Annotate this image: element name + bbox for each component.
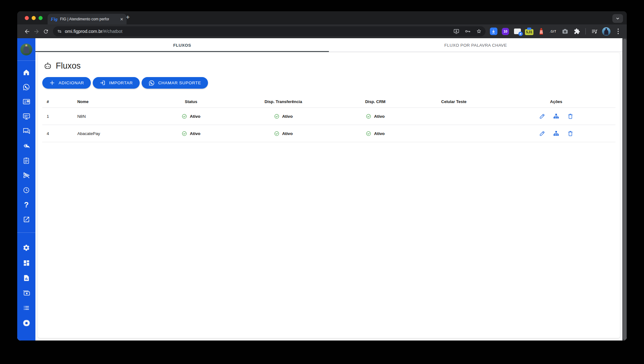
browser-tab[interactable]: Fig FIG | Atendimento com perfor ✕ [48, 14, 127, 24]
sidebar-item-campaigns-disabled[interactable] [17, 168, 35, 183]
user-avatar[interactable] [20, 44, 32, 55]
sidebar-item-tasks[interactable] [17, 153, 35, 168]
forward-button[interactable] [32, 27, 41, 36]
status-badge: Ativo [182, 131, 200, 136]
extension-price-badge[interactable]: 5,31 [525, 27, 533, 36]
extensions-menu-button[interactable] [573, 27, 581, 36]
sidebar-item-contacts[interactable] [17, 94, 35, 109]
cell-name: N8N [77, 114, 155, 119]
clock-icon [23, 186, 30, 194]
gear-icon [23, 244, 30, 252]
sidebar-item-preferences[interactable] [17, 315, 35, 330]
tab-fluxo-palavra-chave[interactable]: FLUXO POR PALAVRA CHAVE [329, 38, 622, 52]
clipboard-list-icon [23, 157, 30, 164]
passwords-button[interactable] [463, 27, 472, 36]
back-button[interactable] [22, 27, 32, 36]
pencil-icon [539, 113, 545, 119]
check-circle-icon [274, 131, 279, 136]
extension-camera[interactable] [561, 27, 569, 36]
profile-avatar[interactable] [602, 27, 610, 36]
delete-button[interactable] [567, 130, 574, 137]
extension-git[interactable]: .GIT [549, 27, 557, 36]
sidebar-item-home[interactable] [17, 65, 35, 80]
open-in-new-icon [23, 216, 30, 223]
sidebar-item-settings[interactable] [17, 240, 35, 255]
sidebar-divider [17, 60, 35, 61]
import-button[interactable]: IMPORTAR [93, 77, 140, 89]
sidebar-item-reports[interactable] [17, 270, 35, 285]
traffic-lights [25, 16, 43, 20]
close-tab-icon[interactable]: ✕ [120, 17, 123, 21]
reload-icon [43, 29, 49, 34]
col-header-id: # [42, 99, 77, 104]
status-badge: Ativo [366, 114, 385, 119]
col-header-transferencia: Disp. Transferência [227, 99, 340, 104]
browser-menu-button[interactable] [614, 27, 622, 36]
extension-lighthouse[interactable] [537, 27, 545, 36]
delete-button[interactable] [567, 113, 574, 120]
table-row: 4 AbacatePay Ativo Ativo Ativo [42, 125, 615, 142]
maximize-window-button[interactable] [39, 16, 43, 20]
cell-name: AbacatePay [77, 131, 155, 136]
status-badge: Ativo [274, 131, 293, 136]
page-content: ? [17, 38, 627, 341]
sidebar-item-payments[interactable] [17, 285, 35, 300]
call-support-button[interactable]: CHAMAR SUPORTE [142, 77, 208, 89]
status-badge: Ativo [366, 131, 385, 136]
new-tab-button[interactable]: + [126, 13, 130, 21]
edit-button[interactable] [539, 130, 546, 137]
media-playlist-icon [591, 28, 598, 35]
media-controls-button[interactable] [590, 27, 599, 36]
row-actions [539, 130, 574, 137]
flow-tree-button[interactable] [553, 130, 560, 137]
url-host: omi.figprod.com.br [65, 29, 102, 34]
check-circle-icon [366, 114, 371, 119]
status-badge: Ativo [274, 114, 293, 119]
send-disabled-icon [23, 171, 30, 179]
dashboard-icon [23, 259, 30, 267]
fluxos-table: # Nome Status Disp. Transferência Disp. … [42, 96, 615, 142]
dvr-monitor-icon [23, 112, 30, 120]
forward-arrow-icon [33, 28, 40, 35]
reload-button[interactable] [41, 27, 50, 36]
chevron-down-icon [615, 16, 620, 21]
puzzle-icon [574, 28, 580, 34]
whatsapp-icon [148, 80, 155, 86]
plus-icon [49, 80, 55, 86]
flow-tree-button[interactable] [553, 113, 560, 120]
whatsapp-icon [23, 83, 30, 91]
sidebar-item-reply-all[interactable] [17, 138, 35, 153]
pencil-icon [539, 130, 545, 137]
col-header-nome: Nome [77, 99, 155, 104]
extension-ten-badge[interactable]: 10 [501, 27, 510, 36]
scrollbar-thumb[interactable] [623, 39, 626, 340]
active-tab-indicator [35, 51, 329, 52]
add-button[interactable]: ADICIONAR [42, 77, 91, 89]
tab-fluxos[interactable]: FLUXOS [35, 38, 329, 52]
extension-window-star[interactable] [513, 27, 522, 36]
sidebar-item-list[interactable] [17, 300, 35, 315]
sidebar-item-help[interactable]: ? [17, 197, 35, 212]
url-path: /#/chatbot [102, 29, 122, 34]
fluxos-panel: Fluxos ADICIONAR IMPORTAR [38, 53, 620, 338]
minimize-window-button[interactable] [32, 16, 36, 20]
trash-icon [567, 113, 574, 119]
tab-search-button[interactable] [612, 14, 623, 23]
install-app-button[interactable] [452, 27, 461, 36]
sidebar-item-external-link[interactable] [17, 212, 35, 227]
sidebar-item-dashboard[interactable] [17, 255, 35, 270]
app-sidebar: ? [17, 38, 35, 341]
reply-all-icon [23, 142, 30, 150]
address-bar[interactable]: omi.figprod.com.br /#/chatbot [53, 26, 486, 36]
sidebar-item-screen[interactable] [17, 109, 35, 124]
browser-window: Fig FIG | Atendimento com perfor ✕ + omi… [17, 11, 627, 341]
sidebar-item-chats[interactable] [17, 124, 35, 138]
page-scrollbar[interactable] [622, 38, 627, 341]
sidebar-item-history[interactable] [17, 183, 35, 197]
extension-downloader[interactable] [489, 27, 498, 36]
toolbar-separator [585, 28, 586, 34]
edit-button[interactable] [539, 113, 546, 120]
bookmark-button[interactable] [474, 27, 484, 36]
sidebar-item-whatsapp[interactable] [17, 80, 35, 94]
close-window-button[interactable] [25, 16, 29, 20]
